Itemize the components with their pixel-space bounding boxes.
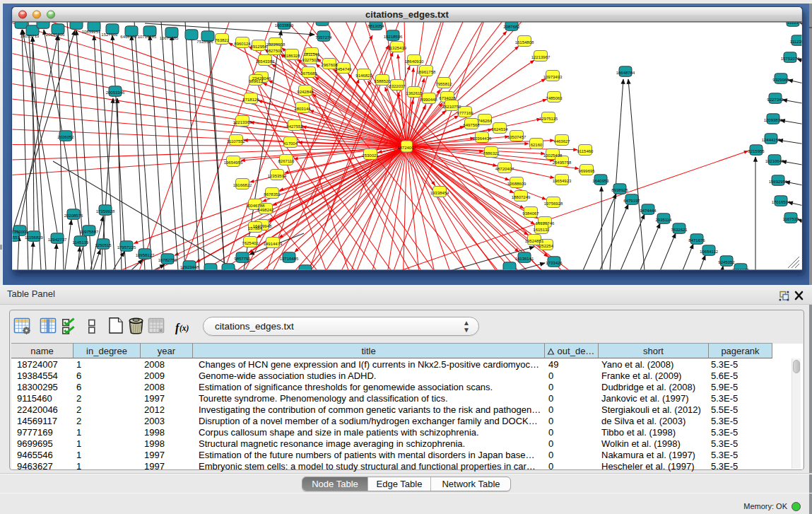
svg-text:19166822: 19166822 — [233, 183, 252, 187]
svg-text:20364436: 20364436 — [473, 136, 492, 141]
svg-text:8215955: 8215955 — [748, 149, 765, 153]
svg-text:6479197: 6479197 — [623, 199, 640, 203]
svg-text:1393001: 1393001 — [11, 230, 28, 234]
svg-text:9827509: 9827509 — [266, 49, 283, 53]
svg-text:8813054: 8813054 — [367, 24, 384, 28]
svg-text:18807249: 18807249 — [512, 195, 531, 199]
svg-text:9857791: 9857791 — [234, 257, 251, 261]
svg-text:12942737: 12942737 — [48, 238, 67, 242]
svg-text:10507457: 10507457 — [507, 135, 526, 139]
svg-text:17016504: 17016504 — [772, 200, 791, 204]
svg-text:10025438: 10025438 — [543, 153, 563, 158]
svg-text:62160: 62160 — [531, 143, 543, 147]
svg-text:4463627: 4463627 — [553, 139, 570, 144]
svg-text:8678352: 8678352 — [264, 192, 281, 197]
svg-text:20208576: 20208576 — [64, 214, 83, 218]
svg-text:3624534: 3624534 — [491, 127, 508, 132]
svg-text:7632621: 7632621 — [671, 228, 688, 232]
svg-text:12444159: 12444159 — [762, 138, 781, 142]
svg-text:18640910: 18640910 — [405, 59, 424, 64]
svg-text:9699695: 9699695 — [578, 169, 595, 173]
svg-text:9329966: 9329966 — [772, 78, 789, 82]
svg-text:23226058: 23226058 — [266, 42, 286, 47]
svg-text:10654112: 10654112 — [700, 250, 719, 254]
svg-text:7625402: 7625402 — [242, 241, 259, 245]
svg-text:1615132: 1615132 — [533, 228, 550, 232]
svg-text:6466160: 6466160 — [120, 35, 137, 39]
svg-text:7515526: 7515526 — [196, 40, 213, 44]
svg-text:12975115: 12975115 — [539, 117, 558, 121]
svg-text:763822: 763822 — [215, 38, 230, 42]
svg-text:17957225: 17957225 — [117, 245, 136, 250]
svg-text:12213369: 12213369 — [233, 120, 252, 124]
svg-text:2026052: 2026052 — [57, 135, 74, 139]
svg-text:2530021: 2530021 — [362, 153, 379, 158]
svg-text:10853257: 10853257 — [82, 30, 101, 34]
svg-text:8938925: 8938925 — [611, 188, 628, 192]
svg-text:2935114: 2935114 — [656, 218, 673, 222]
svg-text:19756928: 19756928 — [544, 201, 563, 206]
svg-text:6734028: 6734028 — [439, 96, 456, 100]
svg-text:12923448: 12923448 — [180, 265, 199, 269]
svg-text:7955812: 7955812 — [435, 82, 452, 86]
svg-text:7886322: 7886322 — [483, 151, 500, 156]
svg-text:1588520: 1588520 — [374, 79, 391, 83]
svg-text:9242848: 9242848 — [297, 90, 314, 94]
svg-text:11107552: 11107552 — [227, 139, 245, 144]
svg-text:19055713: 19055713 — [20, 34, 40, 38]
svg-text:1527602: 1527602 — [101, 33, 118, 37]
svg-text:3675685: 3675685 — [300, 71, 317, 76]
svg-text:1733426: 1733426 — [546, 261, 563, 265]
svg-text:10210643: 10210643 — [765, 159, 784, 163]
svg-text:252254: 252254 — [539, 244, 554, 248]
svg-text:7357274: 7357274 — [315, 35, 332, 40]
svg-text:8322037: 8322037 — [389, 84, 406, 88]
svg-text:8427552: 8427552 — [286, 124, 303, 129]
svg-text:19218506: 19218506 — [384, 35, 403, 39]
svg-text:9777169: 9777169 — [457, 111, 473, 115]
svg-text:2087682: 2087682 — [503, 25, 520, 29]
svg-text:19524851: 19524851 — [525, 239, 544, 243]
svg-text:989612: 989612 — [249, 79, 264, 83]
svg-text:1167533: 1167533 — [783, 217, 800, 221]
svg-text:2718126: 2718126 — [242, 98, 259, 102]
svg-text:16782759: 16782759 — [158, 258, 177, 262]
svg-text:1250515: 1250515 — [95, 243, 112, 247]
svg-text:10958127: 10958127 — [136, 253, 155, 257]
svg-text:16033809: 16033809 — [275, 23, 294, 28]
svg-text:9474444: 9474444 — [640, 209, 657, 213]
svg-text:10975887: 10975887 — [80, 230, 99, 234]
svg-text:8454749: 8454749 — [335, 67, 352, 71]
svg-text:8990448: 8990448 — [420, 98, 437, 102]
svg-text:15692951: 15692951 — [769, 180, 788, 184]
svg-text:10688609: 10688609 — [507, 182, 526, 186]
svg-text:11325419: 11325419 — [388, 46, 407, 50]
svg-text:14136141: 14136141 — [515, 257, 534, 261]
svg-text:417004: 417004 — [283, 141, 298, 146]
svg-text:9115460: 9115460 — [577, 149, 594, 153]
svg-text:6497568: 6497568 — [463, 123, 480, 127]
svg-text:746266: 746266 — [478, 119, 493, 123]
svg-text:20053346: 20053346 — [106, 90, 125, 95]
svg-text:157884: 157884 — [248, 226, 263, 230]
svg-text:14914479: 14914479 — [264, 242, 283, 246]
svg-text:10719185: 10719185 — [138, 35, 157, 39]
svg-text:16210750: 16210750 — [442, 105, 461, 109]
svg-text:13716485: 13716485 — [280, 257, 299, 261]
svg-text:2803144: 2803144 — [294, 107, 311, 111]
svg-text:8471676: 8471676 — [688, 238, 705, 243]
svg-text:citations_edges.txt: citations_edges.txt — [365, 9, 449, 20]
svg-text:9245052: 9245052 — [718, 260, 735, 264]
svg-text:16120746: 16120746 — [536, 221, 555, 226]
svg-text:20691406: 20691406 — [46, 33, 65, 37]
svg-text:19654923: 19654923 — [553, 179, 572, 183]
svg-text:15751074: 15751074 — [781, 57, 800, 61]
svg-text:12093832: 12093832 — [764, 118, 783, 122]
svg-text:7485063: 7485063 — [546, 96, 563, 100]
svg-text:48720407: 48720407 — [495, 167, 514, 171]
svg-text:1640953: 1640953 — [592, 179, 609, 183]
svg-text:10671385: 10671385 — [160, 36, 179, 40]
svg-text:19338454: 19338454 — [430, 191, 449, 195]
svg-text:25495758: 25495758 — [553, 160, 572, 165]
svg-text:17359928: 17359928 — [96, 209, 115, 214]
